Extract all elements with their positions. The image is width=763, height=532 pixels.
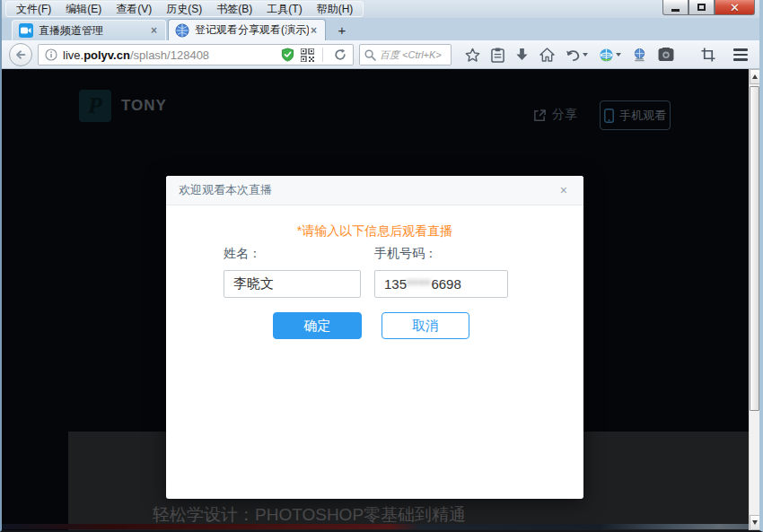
minimize-icon [671, 9, 680, 12]
menu-button[interactable] [728, 43, 753, 66]
extension-crop-button[interactable] [696, 43, 721, 66]
reload-button[interactable] [328, 48, 353, 61]
toolbar-icon-row [460, 40, 753, 69]
tab-close-icon[interactable]: × [309, 24, 319, 37]
bookmark-star-button[interactable] [460, 43, 486, 66]
security-shield-icon[interactable] [278, 48, 297, 62]
page-scrollbar[interactable] [749, 69, 759, 530]
arrow-up-icon [752, 74, 758, 79]
scroll-up-button[interactable] [750, 69, 759, 84]
close-icon: ✕ [730, 1, 740, 14]
back-arrow-icon [14, 48, 27, 61]
browser-window: 文件(F) 编辑(E) 查看(V) 历史(S) 书签(B) 工具(T) 帮助(H… [0, 0, 763, 532]
qr-code-icon[interactable] [297, 48, 318, 62]
menu-item-help[interactable]: 帮助(H) [310, 1, 361, 18]
extension-screenshot-button[interactable] [653, 43, 680, 66]
globe-icon [175, 23, 189, 38]
modal-close-icon[interactable]: × [557, 181, 571, 199]
tab-strip: 直播频道管理 × 登记观看分享观看(演示) × + [2, 18, 759, 40]
window-controls: ✕ [662, 0, 755, 15]
tab-title: 登记观看分享观看(演示) [195, 22, 309, 38]
maximize-icon [697, 4, 706, 11]
modal-notice: *请输入以下信息后观看直播 [166, 223, 583, 240]
phone-prefix: 135 [384, 276, 407, 292]
menu-item-history[interactable]: 历史(S) [159, 1, 209, 18]
close-button[interactable]: ✕ [715, 0, 755, 15]
modal-title: 欢迎观看本次直播 [179, 182, 272, 198]
arrow-down-icon [752, 520, 758, 525]
tab-registration-watch-demo[interactable]: 登记观看分享观看(演示) × [168, 19, 326, 40]
search-placeholder: 百度 <Ctrl+K> [380, 48, 442, 62]
name-field-group: 姓名： [224, 246, 361, 298]
menu-item-bookmarks[interactable]: 书签(B) [209, 1, 259, 18]
phone-suffix: 6698 [431, 276, 460, 292]
confirm-button[interactable]: 确定 [273, 312, 362, 339]
extension-globe-button[interactable] [593, 43, 627, 66]
downloads-button[interactable] [510, 43, 534, 66]
scrollbar-thumb[interactable] [750, 86, 759, 411]
minimize-button[interactable] [662, 0, 688, 15]
tab-live-channel-management[interactable]: 直播频道管理 × [12, 20, 166, 40]
maximize-button[interactable] [688, 0, 715, 15]
phone-input[interactable]: 135****6698 [374, 270, 508, 298]
new-tab-button[interactable]: + [331, 22, 353, 39]
chevron-down-icon [616, 53, 621, 57]
phone-label: 手机号码： [374, 246, 508, 262]
hamburger-icon [733, 48, 748, 61]
menu-item-tools[interactable]: 工具(T) [259, 1, 309, 18]
phone-field-group: 手机号码： 135****6698 [374, 246, 508, 298]
modal-header: 欢迎观看本次直播 × [166, 176, 583, 205]
search-icon [364, 49, 376, 61]
back-button[interactable] [9, 43, 32, 66]
menu-item-file[interactable]: 文件(F) [9, 1, 58, 18]
name-label: 姓名： [224, 246, 361, 262]
tab-title: 直播频道管理 [39, 23, 149, 39]
extension-network-globe-button[interactable] [627, 43, 653, 66]
search-input[interactable]: 百度 <Ctrl+K> [359, 44, 452, 65]
phone-masked-digits: **** [407, 276, 431, 292]
menu-group: 文件(F) 编辑(E) 查看(V) 历史(S) 书签(B) 工具(T) 帮助(H… [5, 1, 364, 17]
url-text: live.polyv.cn/splash/128408 [63, 48, 278, 62]
menu-item-view[interactable]: 查看(V) [109, 1, 159, 18]
page-content: P TONY 分享 手机观看 轻松学设计：PHOTOSHOP零基础到精通 欢迎观… [2, 69, 759, 530]
menu-bar: 文件(F) 编辑(E) 查看(V) 历史(S) 书签(B) 工具(T) 帮助(H… [2, 0, 759, 18]
tab-close-icon[interactable]: × [149, 24, 159, 37]
name-input[interactable] [224, 270, 361, 298]
navigation-toolbar: live.polyv.cn/splash/128408 百度 <Ctrl+K> [2, 40, 759, 69]
chevron-down-icon [583, 53, 588, 57]
viewer-registration-modal: 欢迎观看本次直播 × *请输入以下信息后观看直播 姓名： 手机号码： 135**… [166, 176, 583, 499]
scroll-down-button[interactable] [750, 515, 759, 530]
video-camera-icon [19, 23, 33, 38]
divider [322, 48, 323, 62]
cancel-button[interactable]: 取消 [382, 312, 469, 339]
undo-history-button[interactable] [560, 43, 593, 66]
site-info-icon[interactable] [45, 48, 57, 61]
bookmarks-menu-button[interactable] [486, 43, 510, 66]
menu-item-edit[interactable]: 编辑(E) [58, 1, 109, 18]
address-bar[interactable]: live.polyv.cn/splash/128408 [38, 44, 354, 65]
home-button[interactable] [534, 43, 560, 66]
